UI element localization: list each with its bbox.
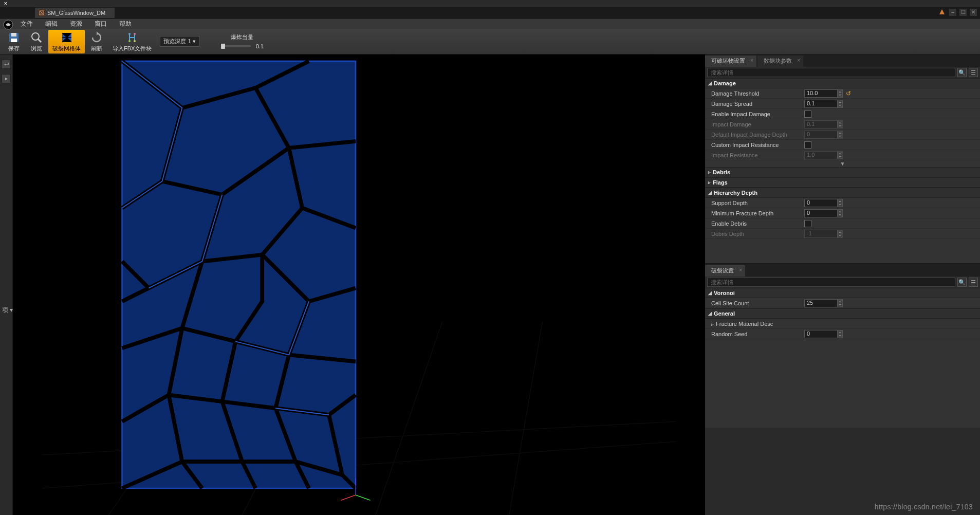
input-support-depth[interactable]: 0▴▾	[804, 199, 843, 207]
refresh-button[interactable]: 刷新	[86, 30, 107, 53]
3d-viewport[interactable]	[13, 54, 705, 515]
row-damage-spread: Damage Spread 0.1▴▾	[705, 99, 980, 109]
save-button[interactable]: 保存	[3, 30, 25, 53]
label-min-fracture: Minimum Fracture Depth	[709, 210, 804, 216]
menu-help[interactable]: 帮助	[114, 19, 137, 29]
import-fbx-button[interactable]: 导入FBX文件块	[108, 30, 156, 53]
browse-icon	[30, 31, 43, 44]
menu-edit[interactable]: 编辑	[40, 19, 63, 29]
input-debris-depth: -1▴▾	[804, 230, 843, 238]
search-icon[interactable]: 🔍	[957, 278, 967, 287]
row-impact-resist: Impact Resistance 1.0▴▾	[705, 150, 980, 160]
window-controls: – ☐ ✕	[938, 8, 977, 16]
row-enable-impact: Enable Impact Damage	[705, 109, 980, 119]
input-min-fracture[interactable]: 0▴▾	[804, 209, 843, 217]
reset-icon[interactable]: ↺	[846, 90, 851, 97]
import-fbx-icon	[125, 31, 139, 44]
svg-rect-16	[122, 61, 356, 488]
menu-file[interactable]: 文件	[15, 19, 38, 29]
close-icon[interactable]: ×	[797, 58, 800, 63]
search-input[interactable]	[707, 68, 955, 77]
category-voronoi[interactable]: ◢Voronoi	[705, 288, 980, 298]
close-icon[interactable]: ×	[750, 58, 753, 63]
explode-label: 爆炸当量	[231, 33, 253, 41]
minimize-button[interactable]: –	[949, 9, 956, 16]
input-damage-threshold[interactable]: 10.0▴▾	[804, 89, 843, 98]
svg-point-9	[134, 40, 136, 42]
pin-button[interactable]: ⮒	[2, 60, 11, 69]
maximize-button[interactable]: ☐	[959, 9, 967, 16]
save-icon	[7, 31, 21, 44]
close-window-button[interactable]: ×	[2, 0, 9, 7]
label-impact-resist: Impact Resistance	[709, 152, 804, 158]
top-panel-tabs: 可破坏物设置 × 数据块参数 ×	[705, 54, 980, 67]
tab-fracture-label: 破裂设置	[711, 267, 734, 273]
fracture-panel-tabs: 破裂设置 ×	[705, 264, 980, 277]
category-debris[interactable]: ▹Debris	[705, 167, 980, 177]
document-tab-bar: SM_GlassWindow_DM	[0, 7, 980, 19]
category-damage[interactable]: ◢Damage	[705, 78, 980, 88]
label-damage-threshold: Damage Threshold	[709, 90, 804, 97]
row-damage-threshold: Damage Threshold 10.0▴▾ ↺	[705, 88, 980, 99]
search-icon[interactable]: 🔍	[957, 68, 967, 77]
label-debris-depth: Debris Depth	[709, 231, 804, 237]
svg-point-7	[134, 33, 136, 35]
menu-asset[interactable]: 资源	[65, 19, 87, 29]
explode-slider[interactable]	[221, 45, 251, 47]
checkbox-enable-debris[interactable]	[804, 220, 811, 227]
label-custom-resist: Custom Impact Resistance	[709, 142, 804, 148]
view-options-icon[interactable]: ☰	[969, 68, 978, 77]
preview-depth-label: 预览深度 1	[163, 38, 191, 44]
close-icon[interactable]: ×	[739, 267, 742, 273]
preview-depth-dropdown[interactable]: 预览深度 1 ▾	[160, 36, 199, 47]
menu-window[interactable]: 窗口	[89, 19, 112, 29]
label-enable-impact: Enable Impact Damage	[709, 111, 804, 117]
checkbox-enable-impact[interactable]	[804, 111, 811, 118]
right-panel-area: 可破坏物设置 × 数据块参数 × 🔍 ☰ ◢Damage Damage Thre…	[705, 54, 980, 515]
expand-button[interactable]: ▸	[2, 74, 11, 83]
input-impact-damage: 0.1▴▾	[804, 120, 843, 128]
row-debris-depth: Debris Depth -1▴▾	[705, 229, 980, 239]
close-button[interactable]: ✕	[970, 9, 977, 16]
source-control-icon[interactable]	[938, 8, 946, 16]
explode-amount-group: 爆炸当量 0.1	[221, 33, 264, 49]
label-enable-debris: Enable Debris	[709, 220, 804, 227]
checkbox-custom-resist[interactable]	[804, 141, 811, 149]
svg-line-14	[376, 321, 442, 515]
tab-destructible-settings[interactable]: 可破坏物设置 ×	[705, 56, 756, 67]
svg-point-4	[32, 33, 39, 40]
destructible-properties[interactable]: ◢Damage Damage Threshold 10.0▴▾ ↺ Damage…	[705, 78, 980, 263]
tab-chunk-params[interactable]: 数据块参数 ×	[757, 56, 803, 67]
category-flags[interactable]: ▹Flags	[705, 177, 980, 188]
fracture-properties[interactable]: ◢Voronoi Cell Site Count 25▴▾ ◢General ▹…	[705, 288, 980, 428]
tab-fracture-settings[interactable]: 破裂设置 ×	[705, 265, 745, 277]
tab-chunk-label: 数据块参数	[764, 58, 792, 64]
row-fracture-material: ▹Fracture Material Desc	[705, 319, 980, 329]
toolbar: 保存 浏览 破裂网格体 刷新 导入FBX文件块 预览深度 1 ▾ 爆炸当量 0.…	[0, 29, 980, 54]
left-sidebar: ⮒ ▸	[0, 54, 13, 515]
refresh-label: 刷新	[91, 45, 102, 52]
category-general[interactable]: ◢General	[705, 308, 980, 319]
fracture-mesh-button[interactable]: 破裂网格体	[48, 30, 85, 53]
item-dropdown[interactable]: 项 ▾	[2, 306, 13, 315]
row-cell-site-count: Cell Site Count 25▴▾	[705, 298, 980, 308]
document-tab[interactable]: SM_GlassWindow_DM	[35, 8, 115, 18]
row-custom-resist: Custom Impact Resistance	[705, 140, 980, 150]
label-support-depth: Support Depth	[709, 200, 804, 206]
watermark: https://blog.csdn.net/lei_7103	[875, 503, 973, 511]
search-row-fracture: 🔍 ☰	[705, 277, 980, 288]
input-cell-count[interactable]: 25▴▾	[804, 299, 843, 307]
label-random-seed: Random Seed	[709, 331, 804, 337]
category-hierarchy[interactable]: ◢Hierarchy Depth	[705, 188, 980, 198]
search-input[interactable]	[707, 278, 955, 287]
view-options-icon[interactable]: ☰	[969, 278, 978, 287]
import-fbx-label: 导入FBX文件块	[113, 45, 152, 52]
expand-advanced-icon[interactable]: ▼	[705, 160, 980, 167]
svg-line-15	[509, 321, 543, 515]
label-cell-count: Cell Site Count	[709, 300, 804, 306]
explode-value: 0.1	[256, 43, 264, 49]
input-random-seed[interactable]: 0▴▾	[804, 330, 843, 338]
tab-destructible-label: 可破坏物设置	[711, 58, 745, 64]
browse-button[interactable]: 浏览	[26, 30, 47, 53]
input-damage-spread[interactable]: 0.1▴▾	[804, 100, 843, 108]
